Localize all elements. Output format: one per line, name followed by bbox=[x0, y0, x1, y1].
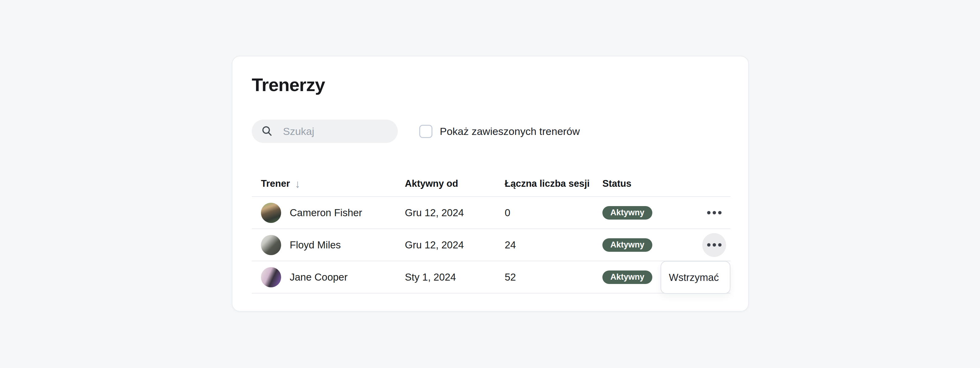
controls-row: Pokaż zawieszonych trenerów bbox=[252, 120, 580, 143]
row-actions-ellipsis-icon[interactable] bbox=[707, 211, 722, 214]
table-row: Floyd Miles Gru 12, 2024 24 Aktywny bbox=[252, 229, 730, 261]
trainer-name: Jane Cooper bbox=[290, 271, 348, 283]
sort-arrow-down-icon: ↓ bbox=[295, 178, 301, 190]
trainers-table: Trener ↓ Aktywny od Łączna liczba sesji … bbox=[252, 171, 730, 293]
column-header-aktywny-od: Aktywny od bbox=[405, 178, 505, 189]
menu-item-wstrzymac[interactable]: Wstrzymać bbox=[661, 272, 730, 283]
column-header-status: Status bbox=[602, 178, 698, 189]
active-from: Gru 12, 2024 bbox=[405, 239, 505, 251]
active-from: Gru 12, 2024 bbox=[405, 207, 505, 219]
page-title: Trenerzy bbox=[252, 74, 325, 95]
avatar bbox=[261, 267, 281, 287]
row-actions-dropdown: Wstrzymać bbox=[660, 261, 730, 294]
search-icon bbox=[261, 125, 273, 138]
trainers-card: Trenerzy Pokaż zawieszonych trenerów Tre… bbox=[232, 56, 749, 312]
column-header-sesje: Łączna liczba sesji bbox=[505, 178, 602, 189]
status-badge: Aktywny bbox=[602, 206, 652, 219]
search-input[interactable] bbox=[283, 125, 387, 138]
active-from: Sty 1, 2024 bbox=[405, 271, 505, 283]
show-suspended-label[interactable]: Pokaż zawieszonych trenerów bbox=[440, 125, 580, 138]
session-count: 52 bbox=[505, 271, 602, 283]
column-header-trener[interactable]: Trener ↓ bbox=[252, 177, 405, 190]
row-actions-ellipsis-icon-active[interactable] bbox=[702, 233, 726, 257]
table-row: Jane Cooper Sty 1, 2024 52 Aktywny bbox=[252, 261, 730, 293]
trainer-name: Floyd Miles bbox=[290, 239, 341, 251]
table-row: Cameron Fisher Gru 12, 2024 0 Aktywny bbox=[252, 197, 730, 229]
show-suspended-checkbox[interactable] bbox=[419, 125, 433, 138]
status-badge: Aktywny bbox=[602, 238, 652, 252]
trainer-name: Cameron Fisher bbox=[290, 207, 362, 219]
session-count: 24 bbox=[505, 239, 602, 251]
avatar bbox=[261, 203, 281, 223]
table-header-row: Trener ↓ Aktywny od Łączna liczba sesji … bbox=[252, 171, 730, 197]
search-box[interactable] bbox=[252, 120, 398, 143]
suspended-filter: Pokaż zawieszonych trenerów bbox=[419, 125, 580, 138]
status-badge: Aktywny bbox=[602, 270, 652, 284]
session-count: 0 bbox=[505, 207, 602, 219]
avatar bbox=[261, 235, 281, 255]
